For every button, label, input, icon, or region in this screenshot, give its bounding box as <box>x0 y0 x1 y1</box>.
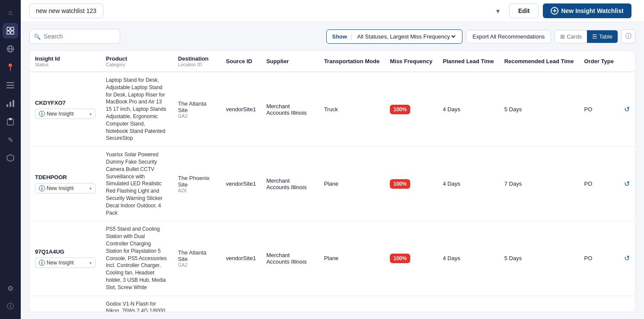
cell-destination: The Phoenix Site AZ6 <box>173 147 221 221</box>
svg-rect-0 <box>7 27 10 30</box>
cell-destination <box>173 296 221 312</box>
insights-table: Insight Id Status Product Category Desti… <box>30 51 635 312</box>
info-button[interactable]: ⓘ <box>622 29 635 43</box>
insight-id-value: 97Q1A4UG <box>35 248 96 255</box>
cell-supplier: Merchant Accounts Illinois <box>261 72 319 147</box>
edit-button[interactable]: Edit <box>509 3 539 18</box>
cell-transport: Truck <box>319 72 385 147</box>
cell-miss-freq: 100% <box>385 72 437 147</box>
miss-badge: 100% <box>390 179 410 189</box>
cell-product: Yuarisx Solar Powered Dummy Fake Securit… <box>101 147 173 221</box>
destination-id: GA2 <box>178 113 216 119</box>
chart-icon[interactable] <box>3 96 18 111</box>
status-dropdown[interactable]: i New Insight ▾ <box>35 183 96 193</box>
settings-icon[interactable]: ⚙ <box>3 280 18 296</box>
show-filter[interactable]: Show | All Statuses, Largest Miss Freque… <box>326 29 462 44</box>
help-icon[interactable]: ⓘ <box>3 299 18 314</box>
refresh-icon[interactable]: ↺ <box>624 255 630 262</box>
map-icon[interactable] <box>3 41 18 57</box>
svg-rect-10 <box>6 104 8 107</box>
status-text: New Insight <box>47 111 88 117</box>
view-toggle: ⊞ Cards ☰ Table <box>555 30 618 43</box>
insight-id-value: CKDYFXO7 <box>35 100 96 106</box>
cell-supplier: Merchant Accounts Illinois <box>261 147 319 221</box>
product-text: Laptop Stand for Desk, Adjustable Laptop… <box>106 77 168 142</box>
cell-miss-freq <box>385 296 437 312</box>
destination-id: AZ6 <box>178 188 216 193</box>
cell-rec-lead <box>499 296 579 312</box>
cell-product: Godox V1-N Flash for Nikon, 76Ws 2.4G 1/… <box>101 296 173 312</box>
miss-badge: 100% <box>390 105 410 114</box>
cell-supplier <box>261 296 319 312</box>
svg-rect-12 <box>13 100 14 107</box>
svg-rect-9 <box>6 87 14 88</box>
col-product: Product Category <box>101 51 173 72</box>
filter-divider: | <box>351 33 352 40</box>
list-icon[interactable] <box>3 77 18 93</box>
cell-product: PS5 Stand and Cooling Station with Dual … <box>101 221 173 296</box>
table-row: 97Q1A4UG i New Insight ▾ PS5 Stand and C… <box>30 221 635 296</box>
export-button[interactable]: Export All Recommendations <box>466 30 551 43</box>
cell-rec-lead: 5 Days <box>499 72 579 147</box>
cell-order-type: PO <box>579 147 619 221</box>
svg-rect-11 <box>10 102 11 107</box>
cell-actions: ↺ <box>619 147 635 221</box>
destination-name: The Phoenix Site <box>178 175 216 188</box>
cell-source-id: vendorSite1 <box>221 221 261 296</box>
cell-planned-lead: 4 Days <box>437 221 499 296</box>
miss-badge: 100% <box>390 254 410 263</box>
table-view-button[interactable]: ☰ Table <box>587 30 618 43</box>
col-order-type: Order Type <box>579 51 619 72</box>
svg-rect-3 <box>11 31 14 34</box>
cell-order-type <box>579 296 619 312</box>
insights-icon[interactable] <box>3 23 18 39</box>
col-rec-lead: Recommended Lead Time <box>499 51 579 72</box>
content-area: 🔍 Show | All Statuses, Largest Miss Freq… <box>21 22 644 319</box>
product-text: Godox V1-N Flash for Nikon, 76Ws 2.4G 1/… <box>106 300 168 312</box>
refresh-icon[interactable]: ↺ <box>624 106 630 113</box>
pen-icon[interactable]: ✎ <box>3 132 18 148</box>
chevron-down-icon: ▾ <box>89 186 92 191</box>
cell-supplier: Merchant Accounts Illinois <box>261 221 319 296</box>
new-insight-watchlist-button[interactable]: + New Insight Watchlist <box>543 3 631 18</box>
cards-view-button[interactable]: ⊞ Cards <box>555 30 587 43</box>
cell-rec-lead: 7 Days <box>499 147 579 221</box>
col-source-id: Source ID <box>221 51 261 72</box>
clipboard-icon[interactable] <box>3 114 18 129</box>
status-dropdown[interactable]: i New Insight ▾ <box>35 258 96 268</box>
svg-rect-1 <box>11 27 14 30</box>
destination-name: The Atlanta Site <box>178 100 216 113</box>
destination-id: GA2 <box>178 262 216 267</box>
cell-planned-lead <box>437 296 499 312</box>
toolbar: 🔍 Show | All Statuses, Largest Miss Freq… <box>29 29 635 44</box>
product-text: Yuarisx Solar Powered Dummy Fake Securit… <box>106 151 168 216</box>
cell-source-id <box>221 296 261 312</box>
chevron-down-icon: ▾ <box>89 261 92 265</box>
col-actions <box>619 51 635 72</box>
chevron-down-icon: ▾ <box>89 112 92 116</box>
pin-icon[interactable]: 📍 <box>3 59 18 75</box>
cards-label: Cards <box>567 33 582 40</box>
status-dropdown[interactable]: i New Insight ▾ <box>35 109 96 119</box>
destination-name: The Atlanta Site <box>178 249 216 262</box>
refresh-icon[interactable]: ↺ <box>624 180 630 187</box>
cell-actions <box>619 296 635 312</box>
search-input[interactable] <box>29 29 120 44</box>
status-info-icon: i <box>39 260 45 266</box>
svg-rect-8 <box>6 85 14 86</box>
cell-insight-id: TDEHPOOR i New Insight ▾ <box>30 147 101 221</box>
watchlist-select[interactable]: new new watchlist 123 <box>29 3 103 18</box>
table-row: TDEHPOOR i New Insight ▾ Yuarisx Solar P… <box>30 147 635 221</box>
cell-insight-id <box>30 296 101 312</box>
cell-planned-lead: 4 Days <box>437 147 499 221</box>
table-row: Godox V1-N Flash for Nikon, 76Ws 2.4G 1/… <box>30 296 635 312</box>
filter-select[interactable]: All Statuses, Largest Miss Frequency <box>355 33 457 40</box>
hexagon-icon[interactable] <box>3 150 18 166</box>
table-label: Table <box>599 33 612 40</box>
table-icon: ☰ <box>592 33 597 40</box>
cell-order-type: PO <box>579 72 619 147</box>
home-icon[interactable]: ⌂ <box>3 5 18 20</box>
cell-order-type: PO <box>579 221 619 296</box>
cell-miss-freq: 100% <box>385 147 437 221</box>
show-label: Show <box>332 33 347 40</box>
